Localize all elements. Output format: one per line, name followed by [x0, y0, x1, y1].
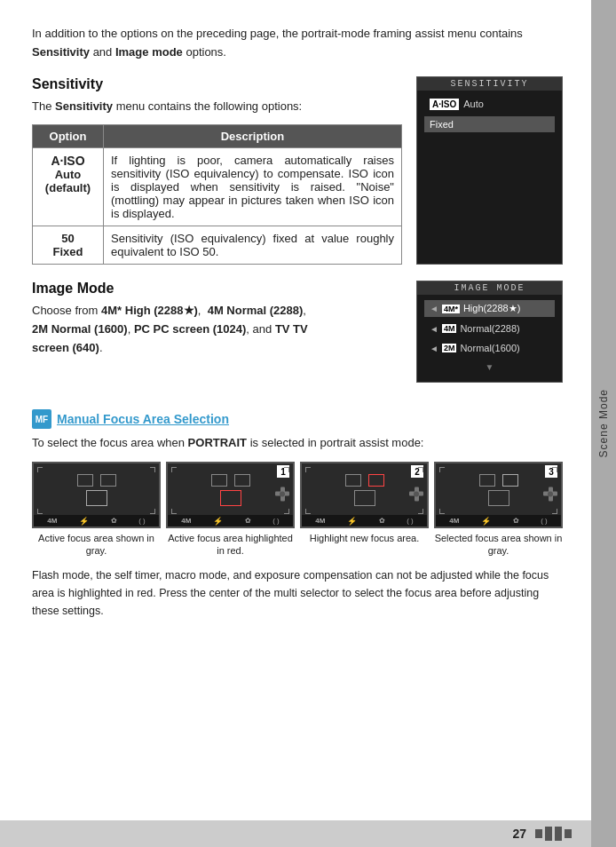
b-left-2	[345, 474, 361, 487]
bar-1	[535, 829, 542, 838]
image-mode-title: Image Mode	[32, 281, 402, 297]
sensitivity-table-wrap: Sensitivity The Sensitivity menu contain…	[32, 76, 402, 265]
sensitivity-desc: The Sensitivity menu contains the follow…	[32, 98, 402, 116]
mf-desc-start: To select the focus area when	[32, 436, 188, 449]
cam-4m-label: 4M	[47, 517, 57, 525]
im-option2: 4M Normal (2288)	[208, 304, 304, 317]
option-cell-fixed: 50 Fixed	[33, 226, 104, 265]
im-arrow-down: ▼	[424, 360, 555, 376]
im-arrow-left2: ◄	[430, 324, 438, 334]
camera-screen-3: 3	[434, 462, 563, 528]
preview-auto-text: Auto	[463, 99, 484, 109]
bar-3	[555, 827, 562, 841]
im-option1: 4M* High (2288★)	[101, 304, 198, 317]
camera-screen-1: 1	[166, 462, 295, 528]
options-table: Option Description A·ISO Auto (default) …	[32, 124, 402, 265]
cam-exp-1: ( )	[272, 517, 280, 525]
caption-1: Active focus area highlighted in red.	[166, 532, 295, 558]
sensitivity-preview-items: A·ISO Auto Fixed	[417, 91, 562, 141]
manual-focus-desc: To select the focus area when PORTRAIT i…	[32, 434, 563, 453]
bracket-bl-3	[439, 509, 445, 514]
bracket-tl-1	[171, 467, 177, 472]
im-arrow-left3: ◄	[430, 344, 438, 353]
image-mode-desc: Choose from 4M* High (2288★), 4M Normal …	[32, 302, 402, 357]
aiso-label: A·ISO	[40, 154, 96, 168]
im-normal1600-text: Normal(1600)	[460, 343, 519, 353]
bracket-tr-3	[552, 467, 557, 472]
camera-screen-2: 2	[300, 462, 429, 528]
mf-desc-bold: PORTRAIT	[188, 436, 247, 449]
sensitivity-title: Sensitivity	[32, 76, 402, 92]
sens-desc-bold: Sensitivity	[55, 99, 113, 113]
cam-flash-1: ⚡	[213, 517, 223, 526]
im-option3: 2M Normal (1600)	[32, 322, 128, 336]
cam-exp-3: ( )	[541, 517, 548, 525]
cam-bottom-bar-3: 4M ⚡ ✿ ( )	[436, 515, 561, 526]
bracket-tl-3	[439, 467, 445, 472]
focus-brackets-1	[211, 474, 250, 487]
badge-4m: 4M	[442, 324, 457, 333]
im-high-text: High(2288★)	[463, 303, 520, 314]
bracket-br-2	[418, 509, 423, 514]
bracket-bl	[37, 509, 43, 514]
table-row: A·ISO Auto (default) If lighting is poor…	[33, 148, 402, 226]
mf-icon: MF	[32, 409, 51, 429]
im-item-normal2m[interactable]: ◄ 2M Normal(1600)	[424, 340, 555, 356]
image-mode-section: Image Mode Choose from 4M* High (2288★),…	[32, 281, 563, 383]
bracket-tr-2	[418, 467, 423, 472]
badge-4mstar: 4M*	[442, 305, 460, 313]
sensitivity-section: Sensitivity The Sensitivity menu contain…	[32, 76, 563, 265]
page-container: In addition to the options on the preced…	[0, 0, 616, 847]
mf-desc-end: is selected in portrait assist mode:	[247, 436, 423, 449]
im-option4: PC PC screen (1024)	[134, 322, 246, 336]
cam-4m-1: 4M	[181, 517, 191, 525]
intro-bold-sensitivity: Sensitivity	[32, 45, 90, 59]
image-mode-preview-title: IMAGE MODE	[417, 281, 562, 295]
page-number: 27	[512, 827, 526, 841]
sens-desc-end: menu contains the following options:	[113, 99, 302, 113]
bracket-bl-1	[171, 509, 177, 514]
dpad-3	[543, 487, 557, 501]
description-cell-fixed: Sensitivity (ISO equivalency) fixed at v…	[104, 226, 402, 265]
bracket-tr-1	[284, 467, 289, 472]
cam-bottom-bar-0: 4M ⚡ ✿ ( )	[34, 515, 159, 526]
caption-2: Highlight new focus area.	[300, 532, 429, 544]
preview-item-fixed[interactable]: Fixed	[424, 116, 555, 132]
table-row: 50 Fixed Sensitivity (ISO equivalency) f…	[33, 226, 402, 265]
intro-paragraph: In addition to the options on the preced…	[32, 25, 563, 62]
b-right-1	[234, 474, 250, 487]
focus-images-row: 4M ⚡ ✿ ( ) Active focus area shown in gr…	[32, 462, 563, 558]
auto-label: Auto	[40, 168, 96, 181]
focus-note: Flash mode, the self timer, macro mode, …	[32, 566, 563, 620]
description-cell-auto: If lighting is poor, camera automaticall…	[104, 148, 402, 226]
center-bracket-red	[220, 490, 241, 506]
cam-bottom-bar-1: 4M ⚡ ✿ ( )	[168, 515, 293, 526]
sens-desc-start: The	[32, 99, 55, 113]
center-bracket-1	[220, 490, 241, 506]
cam-mac-2: ✿	[379, 517, 385, 525]
bracket-br-1	[284, 509, 289, 514]
image-mode-text: Image Mode Choose from 4M* High (2288★),…	[32, 281, 402, 383]
bracket-br	[150, 509, 155, 514]
bracket-tl-2	[305, 467, 311, 472]
page-number-bar: 27	[0, 820, 616, 847]
center-bracket	[86, 490, 107, 506]
cam-macro-icon: ✿	[111, 517, 117, 525]
side-tab-label: Scene Mode	[597, 389, 610, 457]
badge-2m: 2M	[442, 344, 457, 352]
preview-fixed-text: Fixed	[430, 119, 454, 130]
im-item-normal4m[interactable]: ◄ 4M Normal(2288)	[424, 321, 555, 336]
col-option-header: Option	[33, 125, 104, 148]
bracket-tr	[150, 467, 155, 472]
im-item-high[interactable]: ◄ 4M* High(2288★)	[424, 300, 555, 317]
bracket-right	[100, 474, 116, 487]
b-left-1	[211, 474, 227, 487]
camera-screen-0: 4M ⚡ ✿ ( )	[32, 462, 161, 528]
image-mode-preview: IMAGE MODE ◄ 4M* High(2288★) ◄ 4M Normal…	[416, 281, 563, 383]
caption-3: Selected focus area shown in gray.	[434, 532, 563, 558]
bar-2	[545, 827, 552, 841]
im-normal-text: Normal(2288)	[460, 323, 519, 334]
manual-focus-section: MF Manual Focus Area Selection To select…	[32, 409, 563, 619]
page-bars	[535, 827, 572, 841]
intro-text-mid: and	[90, 45, 115, 59]
